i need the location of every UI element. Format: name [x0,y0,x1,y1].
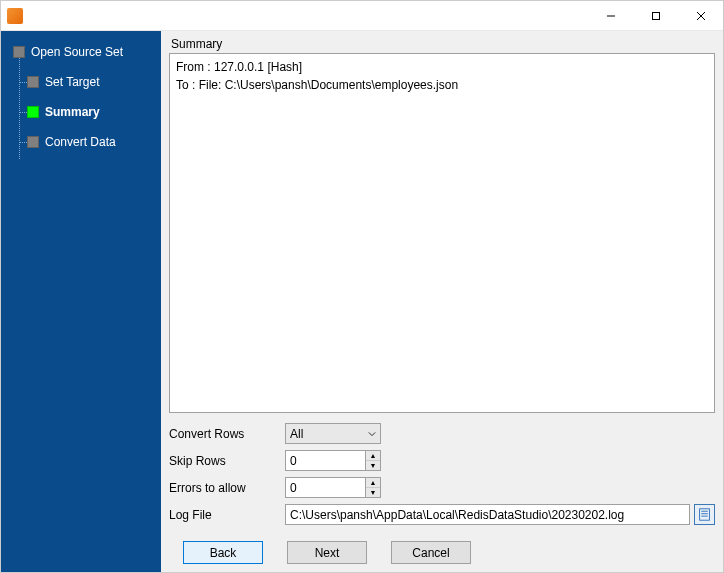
titlebar [1,1,723,31]
sidebar-item-convert-data[interactable]: Convert Data [1,127,161,157]
errors-down[interactable]: ▼ [366,488,380,497]
skip-rows-input[interactable] [285,450,365,471]
sidebar-item-label: Summary [45,105,100,119]
sidebar-item-open-source-set[interactable]: Open Source Set [1,37,161,67]
cancel-button[interactable]: Cancel [391,541,471,564]
back-button[interactable]: Back [183,541,263,564]
sidebar-item-label: Convert Data [45,135,116,149]
svg-rect-1 [652,12,659,19]
sidebar-item-summary[interactable]: Summary [1,97,161,127]
skip-rows-spinner[interactable]: ▲ ▼ [285,450,381,471]
step-indicator-icon [13,46,25,58]
browse-log-button[interactable] [694,504,715,525]
log-file-label: Log File [169,508,285,522]
content-pane: Summary From : 127.0.0.1 [Hash] To : Fil… [161,31,723,572]
step-indicator-icon [27,136,39,148]
svg-rect-4 [700,509,710,520]
errors-up[interactable]: ▲ [366,478,380,488]
skip-rows-up[interactable]: ▲ [366,451,380,461]
errors-input[interactable] [285,477,365,498]
close-button[interactable] [678,1,723,30]
sidebar-item-label: Open Source Set [31,45,123,59]
file-icon [698,508,711,521]
convert-rows-select[interactable]: All [285,423,381,444]
maximize-button[interactable] [633,1,678,30]
convert-rows-label: Convert Rows [169,427,285,441]
section-title: Summary [169,37,715,51]
errors-spinner[interactable]: ▲ ▼ [285,477,381,498]
minimize-button[interactable] [588,1,633,30]
chevron-down-icon [368,427,376,441]
summary-textbox[interactable]: From : 127.0.0.1 [Hash] To : File: C:\Us… [169,53,715,413]
sidebar-item-set-target[interactable]: Set Target [1,67,161,97]
next-button[interactable]: Next [287,541,367,564]
skip-rows-down[interactable]: ▼ [366,461,380,470]
log-file-input[interactable] [285,504,690,525]
convert-rows-value: All [290,427,303,441]
wizard-sidebar: Open Source SetSet TargetSummaryConvert … [1,31,161,572]
sidebar-item-label: Set Target [45,75,99,89]
skip-rows-label: Skip Rows [169,454,285,468]
step-indicator-icon [27,76,39,88]
step-indicator-icon [27,106,39,118]
errors-label: Errors to allow [169,481,285,495]
app-icon [7,8,23,24]
